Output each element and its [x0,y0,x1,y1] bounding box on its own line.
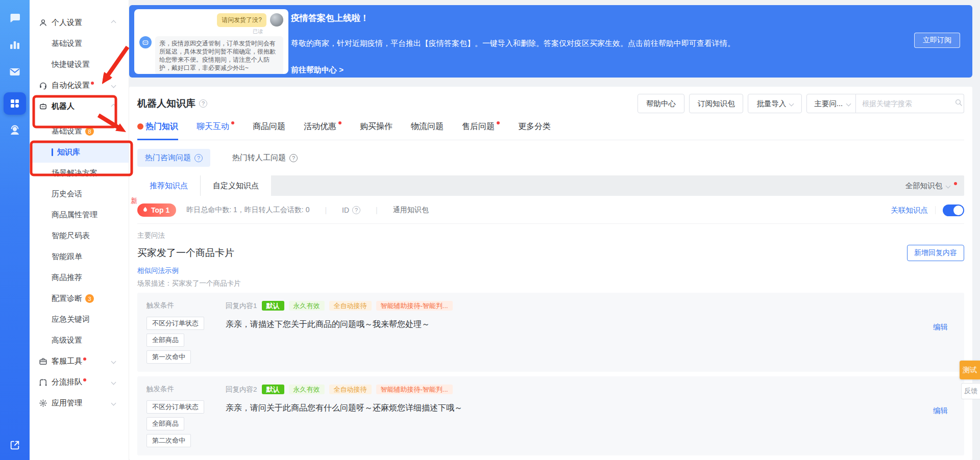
tab-more-categories[interactable]: 更多分类 [518,121,551,140]
sidebar-label: 历史会话 [52,189,82,199]
apps-icon-active[interactable] [4,92,26,115]
help-question-icon: ? [352,206,360,214]
subtab-hot-questions[interactable]: 热门咨询问题? [137,149,210,167]
sidebar-label: 配置诊断 [52,294,82,303]
sidebar-item-scene-solutions[interactable]: 场景解决方案 [30,163,129,184]
subtab-hot-transfer-questions[interactable]: 热门转人工问题? [225,149,305,167]
trigger-tag: 第一次命中 [146,350,191,364]
page-title: 机器人知识库 ? [137,97,207,110]
hit-stats: 昨日总命中数: 1，昨日转人工会话数: 0 [186,206,309,215]
auto-reception-badge: 全自动接待 [329,301,372,311]
sidebar-item-automation-settings[interactable]: 自动化设置 [30,75,129,96]
chevron-down-icon [946,183,951,188]
tab-purchase-operations[interactable]: 购买操作 [360,121,393,140]
batch-import-button[interactable]: 批量导入 [748,94,802,113]
reply-label: 回复内容2 [226,385,257,394]
content-area: 请问发货了没? 已读 亲，疫情原因交通管制，订单发货时间会有所延迟，具体发货时间… [129,0,972,460]
sidebar-item-robot-basic-settings[interactable]: 基础设置 8 [30,121,129,142]
package-name: 通用知识包 [393,206,429,215]
divider: | [376,206,378,214]
sidebar-label: 智能跟单 [52,252,82,262]
knowledge-tab-strip: 推荐知识点 自定义知识点 全部知识包 [137,175,964,196]
sidebar-item-hotkey-settings[interactable]: 快捷键设置 [30,54,129,75]
search-icon[interactable] [954,98,963,109]
related-knowledge-link[interactable]: 关联知识点 [891,206,928,215]
subscribe-pack-button[interactable]: 订阅知识包 [689,94,744,113]
id-label: ID? [342,206,360,214]
search-box [856,94,964,113]
sidebar-item-product-recommend[interactable]: 商品推荐 [30,267,129,288]
help-center-button[interactable]: 帮助中心 [638,94,684,113]
tab-custom-knowledge[interactable]: 自定义知识点 [201,175,271,196]
person-icon [38,18,47,28]
sidebar-label: 机器人 [52,101,75,111]
knowledge-panel: 机器人知识库 ? 帮助中心 订阅知识包 批量导入 主要问... [129,87,972,460]
search-group: 主要问... [806,94,964,113]
exit-icon[interactable] [0,440,30,451]
alert-dot [954,182,957,185]
test-floating-button[interactable]: 测试 [960,361,980,379]
sidebar-item-config-diagnosis[interactable]: 配置诊断 3 [30,288,129,309]
read-status: 已读 [139,28,263,35]
bot-message-bubble: 亲，疫情原因交通管制，订单发货时间会有所延迟，具体发货时间暂不能确定，很抱歉给您… [155,36,283,74]
count-badge: 3 [85,294,94,303]
banner-help-link[interactable]: 前往帮助中心 > [291,65,344,75]
sidebar: 个人设置 基础设置 快捷键设置 自动化设置 机器人 基础设置 8 知识库 场景解… [30,0,129,460]
sidebar-label: 场景解决方案 [52,168,97,178]
sidebar-item-smart-size-chart[interactable]: 智能尺码表 [30,225,129,246]
tab-hot-knowledge[interactable]: 热门知识 [137,121,178,140]
question-title: 买家发了一个商品卡片 [137,246,234,260]
search-input[interactable] [862,99,954,108]
sidebar-item-personal-settings[interactable]: 个人设置 [30,12,129,33]
sidebar-item-robot[interactable]: 机器人 [30,96,129,117]
feedback-floating-button[interactable]: 反馈 [961,383,980,399]
bot-avatar-icon [139,36,152,48]
sidebar-label: 客服工具 [52,356,82,366]
mail-icon[interactable] [8,65,21,79]
banner-title: 疫情答案包上线啦！ [291,12,369,24]
sidebar-label: 分流排队 [52,377,82,387]
package-filter-dropdown[interactable]: 全部知识包 [905,181,958,191]
tab-chat-interaction[interactable]: 聊天互动 [197,121,234,140]
reply-card: 触发条件 不区分订单状态 全部商品 第二次命中 回复内容2 默认 永久有效 全自… [137,376,964,455]
similar-questions-link[interactable]: 相似问法示例 [137,266,964,275]
help-question-icon[interactable]: ? [199,99,207,108]
search-type-select[interactable]: 主要问... [806,94,856,113]
trigger-tag: 第二次命中 [146,434,191,447]
sidebar-item-app-management[interactable]: 应用管理 [30,393,129,414]
add-reply-button[interactable]: 新增回复内容 [907,245,964,261]
subscribe-now-button[interactable]: 立即订阅 [914,33,960,48]
sidebar-item-basic-settings[interactable]: 基础设置 [30,33,129,54]
related-knowledge-toggle[interactable] [943,205,964,216]
sidebar-item-product-attributes[interactable]: 商品属性管理 [30,205,129,225]
edit-link[interactable]: 编辑 [933,322,948,364]
tab-recommended-knowledge[interactable]: 推荐知识点 [137,175,200,196]
flame-icon [142,207,149,214]
sidebar-item-smart-followup[interactable]: 智能跟单 [30,246,129,267]
tab-aftersales[interactable]: 售后问题 [462,121,500,140]
gear-icon [38,399,47,408]
chevron-up-icon [111,104,116,109]
chevron-down-icon [111,380,116,385]
sidebar-item-knowledge-base[interactable]: 知识库 [30,142,129,163]
edit-link[interactable]: 编辑 [933,406,948,447]
briefcase-icon [38,357,47,366]
tab-logistics[interactable]: 物流问题 [411,121,444,140]
stats-icon[interactable] [8,38,21,52]
tab-product-questions[interactable]: 商品问题 [253,121,285,140]
chat-icon[interactable] [8,11,21,24]
sidebar-item-advanced-settings[interactable]: 高级设置 [30,330,129,351]
validity-badge: 永久有效 [289,385,325,394]
customer-service-icon[interactable] [8,124,21,137]
sidebar-item-service-tools[interactable]: 客服工具 [30,351,129,372]
sidebar-label: 应用管理 [52,398,82,408]
sidebar-label: 知识库 [57,147,80,157]
sidebar-label: 基础设置 [52,126,82,136]
sidebar-item-queue-routing[interactable]: 分流排队 [30,372,129,393]
divider: | [325,206,327,214]
promo-banner: 请问发货了没? 已读 亲，疫情原因交通管制，订单发货时间会有所延迟，具体发货时间… [129,5,972,78]
sidebar-item-emergency-keywords[interactable]: 应急关键词 [30,309,129,330]
sidebar-item-history-sessions[interactable]: 历史会话 [30,184,129,205]
tab-promotions[interactable]: 活动优惠 [304,121,341,140]
default-badge: 默认 [262,301,284,311]
